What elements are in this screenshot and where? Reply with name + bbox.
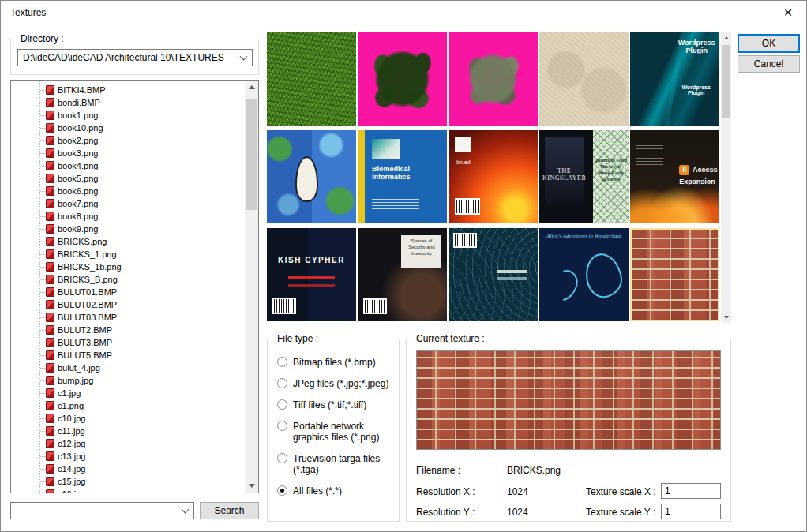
texture-thumbnail-kish-book[interactable]: KISH CYPHER — [267, 228, 356, 321]
scroll-down-button[interactable] — [721, 312, 731, 323]
triangle-up-icon — [249, 85, 255, 89]
file-list-item[interactable]: BULUT2.BMP — [11, 324, 245, 336]
file-type-option[interactable]: Truevision targa files (*.tga) — [277, 453, 394, 475]
texture-thumbnail-biomedical-book[interactable]: Biomedical Informatics — [358, 130, 447, 223]
tree-connector — [40, 204, 46, 204]
chevron-down-icon — [240, 53, 248, 61]
file-list-item[interactable]: BRICKS_1b.png — [11, 260, 245, 273]
file-name: book10.png — [58, 123, 103, 133]
file-list-item[interactable]: bondi.BMP — [11, 96, 245, 109]
file-list-item[interactable]: BRICKS_1.png — [11, 248, 245, 260]
file-list-item[interactable]: book5.png — [11, 172, 245, 185]
file-name: BITKI4.BMP — [58, 85, 106, 95]
file-name: c11.jpg — [58, 426, 85, 436]
texture-file-icon — [46, 401, 54, 410]
search-button[interactable]: Search — [200, 502, 259, 519]
file-list-item[interactable]: BULUT02.BMP — [11, 298, 245, 311]
radio-button-icon[interactable] — [277, 357, 287, 367]
file-list-item[interactable]: book6.png — [11, 185, 245, 197]
scroll-up-button[interactable] — [721, 32, 731, 43]
scroll-up-button[interactable] — [245, 81, 258, 94]
tree-connector — [40, 343, 46, 343]
texture-thumbnail-bricks[interactable] — [630, 228, 719, 321]
file-list-item[interactable]: bump.jpg — [11, 374, 245, 387]
file-list-item[interactable]: BULUT03.BMP — [11, 311, 245, 324]
file-name: c1.jpg — [58, 388, 81, 398]
cancel-button[interactable]: Cancel — [738, 55, 800, 73]
file-type-option[interactable]: Tiff files (*.tif;*.tiff) — [277, 399, 394, 410]
texture-file-icon — [46, 287, 54, 297]
file-list-item[interactable]: bulut_4.jpg — [11, 362, 245, 374]
texture-scale-y-input[interactable] — [661, 504, 721, 519]
texture-file-icon — [46, 262, 54, 272]
file-type-option[interactable]: All files (*.*) — [277, 485, 394, 496]
file-list-item[interactable]: c13.jpg — [11, 450, 245, 463]
file-list-item[interactable]: BULUT3.BMP — [11, 336, 245, 349]
file-list-item[interactable]: c14.jpg — [11, 463, 245, 475]
radio-label: Bitmap files (*.bmp) — [293, 357, 394, 368]
file-list-item[interactable]: c1.png — [11, 399, 245, 412]
texture-thumbnail-kingslayer-book[interactable]: THE KINGSLAYERQuantum Field Theory of Ma… — [539, 130, 629, 223]
scroll-thumb[interactable] — [246, 99, 257, 210]
tree-connector — [40, 140, 46, 141]
texture-thumbnail-grass[interactable] — [267, 32, 356, 126]
file-list-item[interactable]: BULUT01.BMP — [11, 286, 245, 298]
file-list-item[interactable]: c16.jpg — [11, 488, 245, 493]
texture-scale-x-input[interactable] — [661, 483, 721, 499]
ok-button[interactable]: OK — [738, 34, 800, 53]
file-list-item[interactable]: book7.png — [11, 197, 245, 210]
scroll-down-button[interactable] — [245, 479, 258, 493]
radio-button-icon[interactable] — [277, 485, 287, 496]
tree-connector — [40, 317, 46, 318]
tree-connector — [40, 469, 46, 470]
file-list-item[interactable]: book2.png — [11, 134, 245, 147]
file-list-item[interactable]: BULUT5.BMP — [11, 349, 245, 362]
file-type-option[interactable]: JPeg files (*.jpg;*.jpeg) — [277, 378, 394, 389]
texture-thumbnail-paper[interactable] — [539, 32, 629, 126]
file-list-item[interactable]: c10.jpg — [11, 412, 245, 425]
texture-thumbnail-wonderland-book[interactable]: Alice's Adventures in Wonderland — [539, 228, 629, 321]
radio-button-icon[interactable] — [277, 378, 287, 388]
tree-connector — [40, 380, 46, 381]
file-type-option[interactable]: Portable network graphics files (*.png) — [277, 421, 394, 443]
file-list-item[interactable]: BITKI4.BMP — [11, 84, 245, 96]
file-name: BULUT02.BMP — [58, 300, 117, 309]
radio-button-icon[interactable] — [277, 453, 287, 463]
file-list-item[interactable]: book3.png — [11, 147, 245, 159]
file-list-item[interactable]: book9.png — [11, 223, 245, 235]
close-icon[interactable]: ✕ — [771, 2, 805, 24]
radio-button-icon[interactable] — [277, 399, 287, 410]
radio-label: All files (*.*) — [293, 485, 394, 496]
file-list-item[interactable]: book10.png — [11, 122, 245, 134]
file-list-item[interactable]: book8.png — [11, 210, 245, 223]
radio-button-icon[interactable] — [277, 421, 287, 431]
texture-thumbnail-wave-book[interactable] — [449, 228, 538, 321]
texture-grid-scrollbar[interactable] — [721, 32, 731, 323]
file-list-scrollbar[interactable] — [245, 81, 258, 493]
triangle-up-icon — [724, 36, 729, 39]
texture-thumbnail-tree-light[interactable] — [449, 32, 538, 126]
file-list-item[interactable]: BRICKS.png — [11, 235, 245, 248]
file-list-item[interactable]: c15.jpg — [11, 475, 245, 488]
file-list-item[interactable]: BRICKS_B.png — [11, 273, 245, 286]
file-type-option[interactable]: Bitmap files (*.bmp) — [277, 357, 394, 368]
file-list-item[interactable]: book1.png — [11, 109, 245, 122]
file-list-item[interactable]: c12.jpg — [11, 437, 245, 450]
directory-combobox[interactable]: D:\ideCAD\ideCAD Architectural 10\TEXTUR… — [17, 49, 253, 66]
file-list-item[interactable]: c11.jpg — [11, 425, 245, 437]
textures-dialog: Textures ✕ OK Cancel Directory : D:\ideC… — [0, 0, 807, 532]
search-combobox[interactable] — [10, 502, 194, 519]
tree-connector — [40, 330, 46, 331]
texture-thumbnail-flame-book[interactable]: bn.ed — [449, 130, 538, 223]
texture-thumbnail-access-book[interactable]: 8AccessExpansion — [630, 130, 719, 223]
triangle-down-icon — [724, 316, 729, 319]
texture-file-icon — [46, 477, 54, 486]
texture-file-icon — [46, 439, 54, 448]
texture-thumbnail-spaces-book[interactable]: Spaces of Security and Insecurity — [358, 228, 447, 321]
file-list-item[interactable]: book4.png — [11, 159, 245, 172]
texture-thumbnail-wordpress-book[interactable]: Wordpress PluginWordpress Plugin — [630, 32, 719, 126]
file-list-item[interactable]: c1.jpg — [11, 387, 245, 399]
scroll-thumb[interactable] — [722, 45, 730, 118]
texture-thumbnail-cartoon-book[interactable] — [267, 130, 356, 223]
texture-thumbnail-tree-dense[interactable] — [358, 32, 447, 126]
